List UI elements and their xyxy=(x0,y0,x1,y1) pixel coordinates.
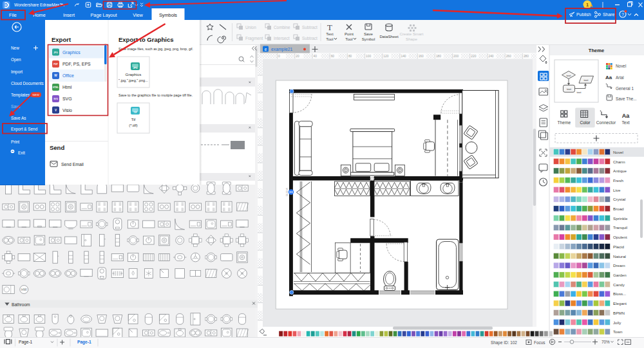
svg-text:JPG: JPG xyxy=(53,51,58,54)
svg-text:Shape: Shape xyxy=(406,37,417,41)
svg-text:1: 1 xyxy=(586,2,589,8)
svg-text:Import: Import xyxy=(11,69,23,75)
svg-text:Tool: Tool xyxy=(326,37,333,41)
svg-text:180: 180 xyxy=(436,55,441,58)
svg-text:Point: Point xyxy=(345,32,354,36)
svg-text:56.33 W: 56.33 W xyxy=(286,187,289,196)
svg-text:Tool: Tool xyxy=(345,37,352,41)
svg-text:text: text xyxy=(567,87,572,91)
svg-text:160: 160 xyxy=(419,55,424,58)
svg-text:SVG: SVG xyxy=(53,98,58,100)
svg-text:SVG: SVG xyxy=(62,96,72,101)
svg-text:Send Email: Send Email xyxy=(61,162,84,167)
svg-text:Publish: Publish xyxy=(576,12,591,17)
svg-text:Export to Graphics: Export to Graphics xyxy=(118,36,174,43)
svg-text:File: File xyxy=(9,12,17,18)
svg-text:Tif: Tif xyxy=(131,117,136,122)
svg-text:Text: Text xyxy=(621,120,629,125)
svg-text:Theme: Theme xyxy=(558,120,571,125)
svg-text:Arial: Arial xyxy=(616,75,624,80)
svg-text:Save The...: Save The... xyxy=(616,96,637,101)
svg-text:Charm: Charm xyxy=(613,160,625,164)
svg-text:text: text xyxy=(584,78,589,82)
svg-text:Aa: Aa xyxy=(605,75,612,80)
svg-text:Share: Share xyxy=(603,12,615,17)
svg-text:(*.tiff): (*.tiff) xyxy=(129,124,137,127)
svg-text:Placid: Placid xyxy=(613,244,624,249)
svg-text:40: 40 xyxy=(314,55,317,58)
svg-text:?: ? xyxy=(621,12,624,17)
svg-text:Broad: Broad xyxy=(613,206,624,211)
svg-text:Graphics: Graphics xyxy=(126,72,142,77)
svg-text:W: W xyxy=(54,74,57,77)
svg-text:Novel: Novel xyxy=(613,150,623,154)
svg-text:Candy: Candy xyxy=(613,282,625,287)
svg-text:Text: Text xyxy=(326,32,334,36)
svg-text:140: 140 xyxy=(401,55,406,58)
svg-text:Novel: Novel xyxy=(616,64,626,68)
svg-text:20: 20 xyxy=(296,55,299,58)
svg-text:Save As: Save As xyxy=(11,116,26,120)
svg-text:T: T xyxy=(327,23,332,32)
svg-text:Subtract: Subtract xyxy=(302,25,317,30)
svg-text:Create Smart: Create Smart xyxy=(400,32,424,36)
svg-text:100: 100 xyxy=(366,55,371,58)
svg-text:e: e xyxy=(265,47,267,51)
svg-text:Symbol: Symbol xyxy=(362,37,375,41)
svg-text:Subtract: Subtract xyxy=(302,36,317,41)
svg-text:HTML: HTML xyxy=(53,86,59,89)
svg-text:Export & Send: Export & Send xyxy=(11,127,38,132)
svg-text:PDF: PDF xyxy=(53,63,57,66)
svg-text:Intersect: Intersect xyxy=(274,36,290,41)
svg-text:70%: 70% xyxy=(601,340,610,344)
svg-text:example21: example21 xyxy=(271,47,292,52)
svg-text:220: 220 xyxy=(471,55,476,58)
svg-text:Page Layout: Page Layout xyxy=(91,12,117,18)
svg-text:Elegant: Elegant xyxy=(613,301,627,306)
svg-text:Tranquil: Tranquil xyxy=(613,225,627,230)
svg-text:Shape ID: 102: Shape ID: 102 xyxy=(491,340,517,345)
svg-text:Export: Export xyxy=(52,36,71,43)
svg-text:Bloss...: Bloss... xyxy=(613,291,627,296)
svg-text:260: 260 xyxy=(506,55,511,58)
svg-text:NEW: NEW xyxy=(33,93,40,96)
svg-text:Save: Save xyxy=(364,32,374,36)
svg-text:PDF, PS, EPS: PDF, PS, EPS xyxy=(62,62,91,66)
svg-text:Page-1: Page-1 xyxy=(19,340,33,345)
svg-text:60: 60 xyxy=(331,55,335,58)
svg-text:0: 0 xyxy=(278,55,280,58)
svg-text:Union: Union xyxy=(245,25,256,30)
svg-text:Office: Office xyxy=(62,73,74,78)
svg-text:Fresh: Fresh xyxy=(613,178,623,183)
svg-text:Open: Open xyxy=(11,57,21,62)
svg-text:New: New xyxy=(11,46,19,50)
svg-text:Color: Color xyxy=(580,120,591,125)
svg-text:Page-1: Page-1 xyxy=(77,340,91,345)
svg-text:TIF: TIF xyxy=(133,111,137,114)
svg-text:Bathroom: Bathroom xyxy=(12,302,30,307)
svg-text:Html: Html xyxy=(62,85,72,89)
svg-text:Jolly: Jolly xyxy=(613,320,621,325)
svg-text:80: 80 xyxy=(348,55,352,58)
svg-text:JPG: JPG xyxy=(133,67,137,69)
svg-text:Symbols: Symbols xyxy=(159,12,177,18)
svg-text:Aa: Aa xyxy=(622,113,630,119)
svg-text:Live: Live xyxy=(613,188,621,192)
svg-text:120: 120 xyxy=(383,55,388,58)
svg-text:Antique: Antique xyxy=(613,169,627,173)
svg-text:Fragment: Fragment xyxy=(245,36,263,41)
svg-text:Opulent: Opulent xyxy=(613,235,627,239)
svg-text:DataSheet: DataSheet xyxy=(379,34,399,39)
svg-text:Garden: Garden xyxy=(613,273,627,277)
svg-text:280: 280 xyxy=(524,55,529,58)
svg-text:Print: Print xyxy=(11,140,19,144)
svg-text:Send: Send xyxy=(50,144,64,151)
svg-text:Wondershare EdrawMax: Wondershare EdrawMax xyxy=(14,3,60,7)
svg-text:Connector: Connector xyxy=(596,120,616,125)
svg-text:200: 200 xyxy=(453,55,459,58)
svg-text:Dream: Dream xyxy=(613,263,625,268)
svg-text:View: View xyxy=(133,12,143,18)
svg-text:Save image files, such as jpg,: Save image files, such as jpg, jpeg, png… xyxy=(118,46,193,51)
svg-text:Focus: Focus xyxy=(534,340,545,345)
svg-text:text: text xyxy=(577,91,582,94)
